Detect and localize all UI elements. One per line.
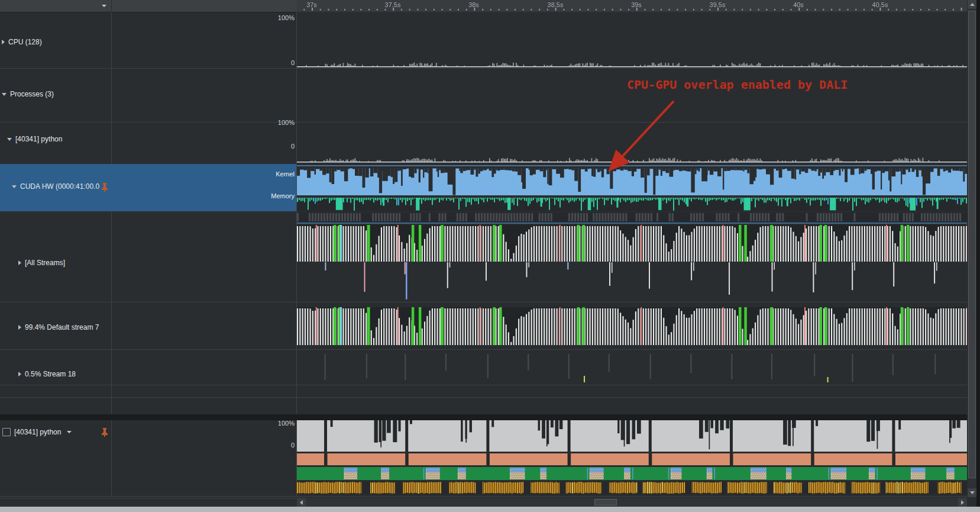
sidebar-row-all-streams[interactable]: [All Streams] bbox=[0, 211, 296, 302]
scroll-right-icon bbox=[961, 500, 964, 505]
vscroll-up-button[interactable] bbox=[968, 0, 976, 9]
hscroll-right-button[interactable] bbox=[958, 498, 967, 507]
all-streams-kernels-chart[interactable] bbox=[297, 225, 967, 262]
expand-expanded-icon[interactable] bbox=[12, 185, 17, 188]
row-divider bbox=[0, 385, 967, 385]
row-label-cpu: CPU (128) bbox=[8, 38, 42, 46]
row-label-processes: Processes (3) bbox=[10, 90, 54, 98]
vscroll-down-button[interactable] bbox=[968, 488, 976, 497]
expand-collapsed-icon[interactable] bbox=[2, 40, 5, 44]
ruler-tick-label: 37s bbox=[306, 1, 317, 8]
row-label-stream-18: 0.5% Stream 18 bbox=[25, 370, 76, 378]
row-label-python-process: [40341] python bbox=[15, 135, 62, 143]
thread-running-band-chart[interactable] bbox=[297, 453, 967, 465]
ruler-tick-label: 39s bbox=[631, 1, 642, 8]
hscroll-left-gutter bbox=[0, 498, 297, 507]
pinned-section-separator bbox=[0, 414, 967, 420]
memory-row-label: Memory bbox=[241, 192, 295, 199]
kernel-row-label: Kernel bbox=[241, 170, 295, 178]
row-dropdown-caret-icon[interactable] bbox=[67, 431, 72, 433]
os-runtime-band-chart[interactable] bbox=[297, 481, 967, 494]
pin-icon[interactable] bbox=[101, 428, 108, 437]
python-activity-chart[interactable] bbox=[297, 122, 967, 163]
bottom-cpu-usage-chart[interactable] bbox=[297, 420, 967, 452]
pinned-scale-max: 100% bbox=[241, 420, 295, 427]
ruler-tick-label: 39.5s bbox=[710, 1, 726, 8]
scroll-up-icon bbox=[970, 3, 975, 6]
pinned-scale-min: 0 bbox=[241, 442, 295, 449]
scroll-down-icon bbox=[970, 491, 975, 494]
row-label-cuda-hw: CUDA HW (0000:41:00.0 bbox=[20, 182, 99, 191]
memory-usage-chart[interactable] bbox=[297, 198, 967, 211]
ruler-tick-label: 38.5s bbox=[548, 1, 564, 8]
row-label-default-stream: 99.4% Default stream 7 bbox=[25, 323, 99, 331]
thread-state-band-chart[interactable] bbox=[297, 467, 967, 480]
row-divider bbox=[0, 397, 967, 398]
cpu-activity-chart[interactable] bbox=[297, 12, 967, 68]
expand-collapsed-icon[interactable] bbox=[18, 260, 21, 265]
python-scale-max: 100% bbox=[241, 119, 295, 126]
kernel-usage-chart[interactable] bbox=[297, 168, 967, 195]
vscroll-thumb[interactable] bbox=[968, 11, 976, 478]
row-label-python-pinned: [40341] python bbox=[14, 428, 61, 436]
stream18-sparse-chart[interactable] bbox=[297, 350, 967, 384]
hscroll-track[interactable] bbox=[297, 498, 967, 507]
selection-top-border bbox=[297, 165, 967, 166]
expand-expanded-icon[interactable] bbox=[2, 93, 7, 96]
pin-icon[interactable] bbox=[101, 183, 108, 192]
ruler-tick-label: 40.5s bbox=[872, 1, 888, 8]
chart-header-spacer bbox=[111, 0, 297, 12]
hscroll-left-button[interactable] bbox=[297, 498, 306, 507]
all-streams-sparse-chart[interactable] bbox=[297, 262, 967, 301]
hscroll-thumb[interactable] bbox=[594, 499, 617, 505]
row-filter-dropdown-caret-icon[interactable] bbox=[102, 5, 106, 7]
default-stream-kernels-chart[interactable] bbox=[297, 307, 967, 345]
memory-extra-chart[interactable] bbox=[297, 212, 967, 222]
cpu-scale-min: 0 bbox=[241, 59, 295, 66]
row-divider bbox=[0, 496, 967, 497]
ruler-tick-label: 40s bbox=[793, 1, 804, 8]
python-scale-min: 0 bbox=[241, 143, 295, 150]
nsight-systems-timeline-view: 37s37.5s38s38.5s39s39.5s40s40.5s CPU (12… bbox=[0, 0, 980, 512]
scroll-left-icon bbox=[300, 500, 303, 505]
sidebar-row-python-pinned[interactable]: [40341] python bbox=[0, 420, 296, 496]
sidebar-row-stream-18[interactable]: 0.5% Stream 18 bbox=[0, 349, 296, 385]
sidebar-row-default-stream[interactable]: 99.4% Default stream 7 bbox=[0, 302, 296, 349]
bottom-status-strip bbox=[0, 507, 980, 512]
expand-collapsed-icon[interactable] bbox=[18, 372, 21, 376]
expand-collapsed-icon[interactable] bbox=[18, 325, 21, 330]
cpu-scale-max: 100% bbox=[241, 14, 295, 21]
selection-bottom-border bbox=[297, 223, 967, 224]
row-label-all-streams: [All Streams] bbox=[25, 259, 65, 267]
annotation-text: CPU-GPU overlap enabled by DALI bbox=[627, 78, 848, 92]
right-gutter bbox=[976, 0, 980, 507]
sidebar-row-processes[interactable]: Processes (3) bbox=[0, 69, 296, 122]
timeline-ruler[interactable]: 37s37.5s38s38.5s39s39.5s40s40.5s bbox=[297, 0, 967, 12]
expand-expanded-icon[interactable] bbox=[7, 138, 12, 141]
ruler-tick-label: 38s bbox=[468, 1, 479, 8]
row-checkbox[interactable] bbox=[2, 428, 11, 436]
rows-header bbox=[0, 0, 111, 12]
ruler-tick-label: 37.5s bbox=[385, 1, 401, 8]
